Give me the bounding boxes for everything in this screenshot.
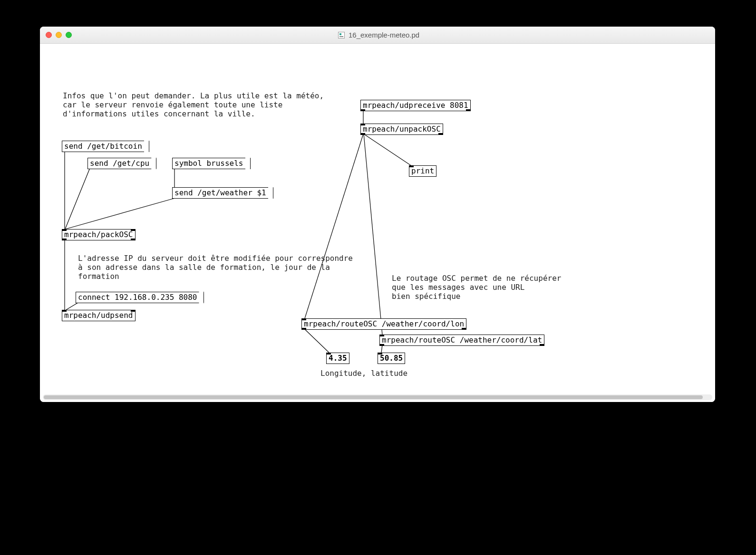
msg-bitcoin[interactable]: send /get/bitcoin — [62, 141, 149, 152]
obj-udpreceive-text: mrpeach/udpreceive 8081 — [363, 101, 468, 110]
obj-print-text: print — [411, 166, 434, 175]
svg-line-11 — [381, 345, 382, 353]
obj-routeosc-lon-text: mrpeach/routeOSC /weather/coord/lon — [304, 319, 464, 328]
svg-line-1 — [65, 168, 90, 229]
svg-line-5 — [66, 303, 78, 310]
svg-line-3 — [66, 198, 175, 229]
document-icon — [338, 32, 345, 38]
msg-symbol[interactable]: symbol brussels — [172, 158, 251, 169]
obj-unpackosc[interactable]: mrpeach/unpackOSC — [360, 124, 443, 135]
number-lon[interactable]: 4.35 — [326, 353, 349, 364]
msg-cpu[interactable]: send /get/cpu — [87, 158, 156, 169]
horizontal-scrollbar[interactable] — [43, 394, 712, 400]
msg-connect-text: connect 192.168.0.235 8080 — [78, 293, 197, 302]
obj-routeosc-lat[interactable]: mrpeach/routeOSC /weather/coord/lat — [379, 335, 544, 346]
msg-weather[interactable]: send /get/weather $1 — [172, 187, 273, 199]
app-window: 16_exemple-meteo.pd — [40, 27, 715, 402]
svg-line-7 — [364, 134, 411, 165]
comment-routing: Le routage OSC permet de ne récupérer qu… — [392, 274, 561, 301]
obj-udpsend-text: mrpeach/udpsend — [64, 311, 133, 320]
window-title: 16_exemple-meteo.pd — [349, 31, 419, 39]
comment-ip: L'adresse IP du serveur doit être modifi… — [78, 254, 353, 281]
obj-routeosc-lon[interactable]: mrpeach/routeOSC /weather/coord/lon — [301, 318, 466, 330]
svg-line-10 — [304, 329, 329, 353]
minimize-icon[interactable] — [56, 32, 62, 38]
number-lon-value: 4.35 — [329, 354, 347, 363]
msg-weather-text: send /get/weather $1 — [174, 188, 266, 197]
obj-packosc-text: mrpeach/packOSC — [64, 230, 133, 239]
obj-udpreceive[interactable]: mrpeach/udpreceive 8081 — [360, 100, 471, 111]
msg-symbol-text: symbol brussels — [174, 159, 243, 168]
obj-routeosc-lat-text: mrpeach/routeOSC /weather/coord/lat — [382, 335, 542, 344]
svg-line-8 — [305, 134, 363, 318]
window-title-wrap: 16_exemple-meteo.pd — [72, 31, 686, 39]
svg-line-9 — [364, 134, 382, 335]
obj-print[interactable]: print — [409, 165, 436, 177]
msg-connect[interactable]: connect 192.168.0.235 8080 — [76, 292, 204, 303]
zoom-icon[interactable] — [66, 32, 72, 38]
number-lat-value: 50.85 — [380, 354, 403, 363]
patch-canvas[interactable]: Infos que l'on peut demander. La plus ut… — [40, 44, 715, 402]
msg-cpu-text: send /get/cpu — [90, 159, 149, 168]
close-icon[interactable] — [46, 32, 52, 38]
traffic-lights — [46, 32, 72, 38]
scrollbar-thumb[interactable] — [44, 395, 703, 399]
msg-bitcoin-text: send /get/bitcoin — [64, 142, 142, 151]
obj-unpackosc-text: mrpeach/unpackOSC — [363, 124, 441, 134]
comment-infos: Infos que l'on peut demander. La plus ut… — [63, 91, 324, 119]
comment-lonlat: Longitude, latitude — [320, 369, 407, 378]
number-lat[interactable]: 50.85 — [378, 353, 405, 364]
obj-udpsend[interactable]: mrpeach/udpsend — [62, 310, 136, 321]
titlebar[interactable]: 16_exemple-meteo.pd — [40, 27, 715, 44]
obj-packosc[interactable]: mrpeach/packOSC — [62, 229, 136, 240]
